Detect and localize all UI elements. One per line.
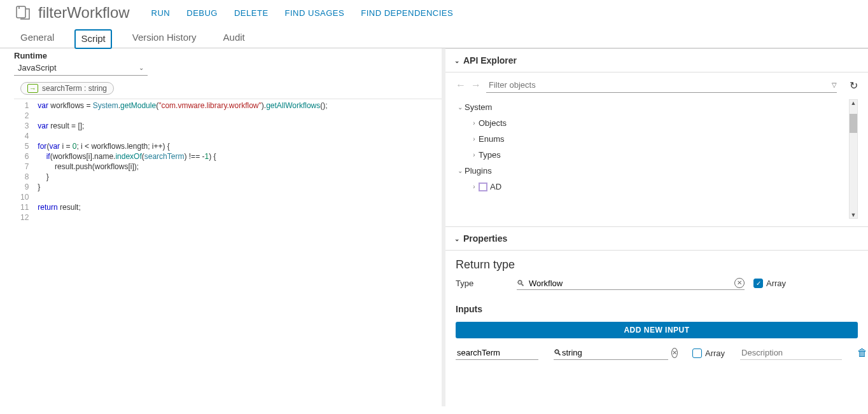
tree-node-plugins[interactable]: ⌄Plugins bbox=[456, 163, 606, 179]
tab-general[interactable]: General bbox=[14, 28, 60, 48]
inputs-heading: Inputs bbox=[445, 293, 868, 317]
plugin-icon bbox=[479, 183, 487, 191]
input-description-field[interactable] bbox=[740, 346, 842, 360]
tree-node-ad[interactable]: ›AD bbox=[456, 179, 606, 195]
debug-button[interactable]: DEBUG bbox=[186, 8, 218, 18]
param-name: searchTerm bbox=[42, 84, 82, 93]
svg-rect-0 bbox=[17, 6, 25, 18]
chevron-right-icon: › bbox=[470, 183, 479, 190]
api-filter-input[interactable] bbox=[486, 79, 829, 91]
properties-header[interactable]: ⌄ Properties bbox=[445, 226, 868, 251]
page-title: filterWorkflow bbox=[38, 4, 130, 22]
action-icon bbox=[14, 4, 32, 22]
nav-back-icon[interactable]: ← bbox=[456, 79, 466, 91]
chevron-right-icon: › bbox=[470, 120, 479, 127]
clear-icon[interactable]: ✕ bbox=[734, 278, 745, 288]
array-checkbox[interactable]: ✓ bbox=[753, 279, 763, 288]
runtime-label: Runtime bbox=[14, 51, 442, 60]
run-button[interactable]: RUN bbox=[151, 8, 171, 18]
nav-forward-icon[interactable]: → bbox=[471, 79, 481, 91]
param-pill-searchterm[interactable]: → searchTerm : string bbox=[20, 82, 114, 95]
input-array-label: Array bbox=[705, 348, 725, 358]
code-editor[interactable]: 123456789101112 var workflows = System.g… bbox=[14, 99, 442, 406]
chevron-down-icon: ⌄ bbox=[456, 167, 465, 174]
delete-button[interactable]: DELETE bbox=[234, 8, 269, 18]
input-name-field[interactable] bbox=[456, 346, 538, 360]
chevron-down-icon: ⌄ bbox=[139, 64, 144, 71]
line-gutter: 123456789101112 bbox=[14, 99, 34, 406]
param-type: string bbox=[88, 84, 107, 93]
scroll-thumb[interactable] bbox=[850, 114, 857, 133]
api-explorer-header[interactable]: ⌄ API Explorer bbox=[445, 48, 868, 72]
add-new-input-button[interactable]: ADD NEW INPUT bbox=[456, 322, 858, 338]
runtime-value: JavaScript bbox=[18, 63, 57, 72]
tree-scrollbar[interactable]: ▲ ▼ bbox=[849, 99, 858, 219]
api-tree: ⌄System ›Objects ›Enums ›Types ⌄Plugins … bbox=[456, 99, 606, 219]
tab-audit[interactable]: Audit bbox=[217, 28, 251, 48]
chevron-down-icon: ⌄ bbox=[454, 235, 459, 242]
filter-dropdown-icon[interactable]: ▽ bbox=[832, 81, 837, 88]
array-label: Array bbox=[766, 279, 786, 288]
input-type-wrap: 🔍︎ ✕ bbox=[554, 347, 668, 360]
scroll-up-icon[interactable]: ▲ bbox=[851, 100, 857, 106]
refresh-icon[interactable]: ↻ bbox=[850, 79, 858, 92]
code-body[interactable]: var workflows = System.getModule("com.vm… bbox=[34, 99, 327, 406]
scroll-down-icon[interactable]: ▼ bbox=[851, 212, 857, 218]
runtime-select[interactable]: JavaScript ⌄ bbox=[14, 60, 148, 76]
tree-node-system[interactable]: ⌄System bbox=[456, 99, 606, 115]
input-array-checkbox[interactable] bbox=[692, 348, 702, 358]
clear-icon[interactable]: ✕ bbox=[671, 348, 678, 358]
chevron-down-icon: ⌄ bbox=[456, 104, 465, 111]
find-dependencies-button[interactable]: FIND DEPENDENCIES bbox=[361, 8, 453, 18]
chevron-down-icon: ⌄ bbox=[454, 57, 459, 64]
tab-script[interactable]: Script bbox=[74, 29, 111, 49]
chevron-right-icon: › bbox=[470, 151, 479, 158]
chevron-right-icon: › bbox=[470, 135, 479, 142]
tree-node-types[interactable]: ›Types bbox=[456, 147, 606, 163]
return-type-input-wrap: 🔍︎ ✕ bbox=[517, 277, 745, 290]
trash-icon[interactable]: 🗑 bbox=[857, 347, 867, 359]
return-type-input[interactable] bbox=[529, 279, 732, 288]
tree-node-objects[interactable]: ›Objects bbox=[456, 115, 606, 131]
tab-version-history[interactable]: Version History bbox=[126, 28, 203, 48]
input-type-field[interactable] bbox=[562, 348, 669, 357]
find-usages-button[interactable]: FIND USAGES bbox=[285, 8, 345, 18]
search-icon: 🔍︎ bbox=[554, 348, 562, 357]
return-type-heading: Return type bbox=[445, 251, 868, 274]
search-icon: 🔍︎ bbox=[517, 279, 525, 288]
type-label: Type bbox=[456, 279, 517, 288]
tree-node-enums[interactable]: ›Enums bbox=[456, 131, 606, 147]
input-arrow-icon: → bbox=[27, 84, 38, 93]
